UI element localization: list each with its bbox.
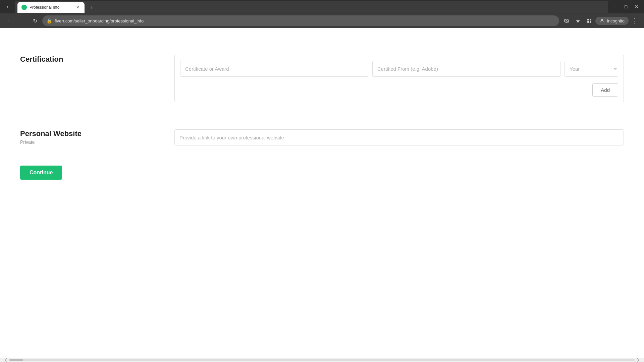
website-fields	[174, 129, 624, 145]
scroll-bar[interactable]: ❮ ❯	[0, 358, 644, 362]
website-input[interactable]	[174, 129, 624, 145]
certificate-input[interactable]	[180, 61, 368, 77]
url-display: fiverr.com/seller_onboarding/professiona…	[55, 18, 555, 23]
certification-fields: Year 2024 2023 2022 2021 2020 2019 2018 …	[174, 55, 624, 102]
incognito-badge[interactable]: Incognito	[595, 17, 629, 25]
scroll-right-button[interactable]: ❯	[635, 358, 641, 362]
close-button[interactable]: ✕	[632, 2, 641, 11]
tab-favicon-icon	[21, 5, 27, 10]
bookmark-icon[interactable]: ★	[573, 15, 583, 26]
new-tab-button[interactable]: +	[87, 3, 97, 13]
scroll-thumb[interactable]	[9, 359, 23, 361]
website-label-container: Personal Website Private	[20, 129, 161, 145]
address-bar[interactable]: 🔒 fiverr.com/seller_onboarding/professio…	[42, 15, 559, 26]
menu-button[interactable]: ⋮	[629, 15, 640, 26]
certification-section: Certification Year 2024 2023 2022 2021 2…	[0, 42, 644, 116]
certification-label-container: Certification	[20, 55, 161, 64]
browser-tab[interactable]: Professional Info ✕	[17, 2, 85, 13]
forward-button[interactable]: →	[17, 15, 28, 26]
certification-card: Year 2024 2023 2022 2021 2020 2019 2018 …	[174, 55, 624, 102]
maximize-button[interactable]: □	[621, 2, 631, 11]
page-content: Certification Year 2024 2023 2022 2021 2…	[0, 28, 644, 350]
reload-button[interactable]: ↻	[30, 15, 40, 26]
personal-website-heading: Personal Website	[20, 129, 161, 138]
lock-icon: 🔒	[46, 18, 52, 23]
tab-close-button[interactable]: ✕	[75, 5, 80, 10]
eye-slash-icon[interactable]	[561, 15, 572, 26]
certification-heading: Certification	[20, 55, 161, 64]
scroll-track	[9, 359, 635, 361]
scroll-left-button[interactable]: ❮	[3, 358, 9, 362]
back-button[interactable]: ←	[4, 15, 15, 26]
tab-back-icon[interactable]: ‹	[3, 2, 12, 11]
tab-title: Professional Info	[30, 5, 72, 10]
svg-rect-3	[587, 21, 589, 23]
svg-rect-4	[590, 21, 591, 23]
personal-website-section: Personal Website Private	[0, 116, 644, 159]
certification-row: Year 2024 2023 2022 2021 2020 2019 2018 …	[180, 61, 618, 77]
svg-rect-2	[590, 19, 591, 20]
personal-website-sublabel: Private	[20, 139, 161, 145]
incognito-label: Incognito	[607, 18, 625, 23]
minimize-button[interactable]: −	[610, 2, 620, 11]
certified-from-input[interactable]	[372, 61, 560, 77]
add-button[interactable]: Add	[592, 83, 618, 97]
year-select[interactable]: Year 2024 2023 2022 2021 2020 2019 2018 …	[565, 61, 618, 77]
continue-button[interactable]: Continue	[20, 166, 62, 180]
extensions-icon[interactable]	[584, 15, 595, 26]
svg-rect-1	[587, 19, 589, 20]
